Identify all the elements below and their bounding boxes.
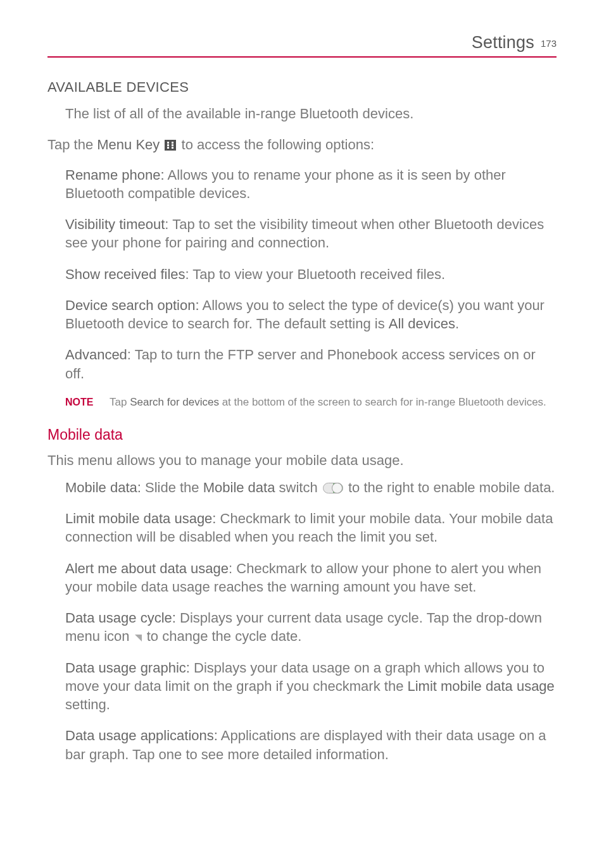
item-alert-usage: Alert me about data usage: Checkmark to … xyxy=(47,559,557,597)
mobile-data-bold-mid: Mobile data xyxy=(203,480,275,495)
note-block: NOTE Tap Search for devices at the botto… xyxy=(47,395,557,410)
mobile-data-heading: Mobile data xyxy=(47,426,557,443)
cycle-post: to change the cycle date. xyxy=(143,628,302,644)
mobile-data-pre: Slide the xyxy=(141,480,203,495)
cycle-title: Data usage cycle: xyxy=(65,610,176,626)
note-label: NOTE xyxy=(65,395,110,410)
item-mobile-data: Mobile data: Slide the Mobile data switc… xyxy=(47,478,557,497)
mobile-data-mid: switch xyxy=(275,480,321,495)
mobile-data-post: to the right to enable mobile data. xyxy=(344,480,555,495)
graphic-title: Data usage graphic: xyxy=(65,660,190,676)
option-advanced: Advanced: Tap to turn the FTP server and… xyxy=(47,345,557,383)
document-page: Settings 173 AVAILABLE DEVICES The list … xyxy=(0,0,604,868)
available-devices-desc: The list of all of the available in-rang… xyxy=(47,104,557,123)
note-pre: Tap xyxy=(110,396,130,408)
option-visibility-timeout: Visibility timeout: Tap to set the visib… xyxy=(47,215,557,252)
graphic-bold-mid: Limit mobile data usage xyxy=(407,678,554,694)
tap-menu-instruction: Tap the Menu Key to access the following… xyxy=(47,135,557,154)
item-usage-graphic: Data usage graphic: Displays your data u… xyxy=(47,659,557,714)
dropdown-triangle-icon xyxy=(135,635,142,642)
apps-title: Data usage applications: xyxy=(65,728,218,743)
note-post: at the bottom of the screen to search fo… xyxy=(219,396,546,408)
device-search-title: Device search option: xyxy=(65,297,199,313)
advanced-title: Advanced xyxy=(65,347,127,363)
mobile-data-title: Mobile data: xyxy=(65,480,141,495)
note-bold: Search for devices xyxy=(130,396,219,408)
device-search-post: . xyxy=(455,316,459,332)
item-usage-cycle: Data usage cycle: Displays your current … xyxy=(47,609,557,646)
note-text: Tap Search for devices at the bottom of … xyxy=(110,395,546,410)
toggle-switch-icon xyxy=(323,483,343,493)
header-title: Settings xyxy=(472,33,534,53)
option-show-received: Show received files: Tap to view your Bl… xyxy=(47,265,557,283)
mobile-data-intro: This menu allows you to manage your mobi… xyxy=(47,451,557,469)
limit-title: Limit mobile data usage: xyxy=(65,511,216,526)
show-received-title: Show received files xyxy=(65,266,186,282)
item-usage-applications: Data usage applications: Applications ar… xyxy=(47,726,557,764)
option-device-search: Device search option: Allows you to sele… xyxy=(47,296,557,333)
tap-pre: Tap the xyxy=(47,137,97,152)
option-rename-phone: Rename phone: Allows you to rename your … xyxy=(47,166,557,203)
item-limit-usage: Limit mobile data usage: Checkmark to li… xyxy=(47,509,557,547)
rename-title: Rename phone: xyxy=(65,167,165,183)
all-devices-label: All devices xyxy=(389,316,455,332)
page-header: Settings 173 xyxy=(47,33,557,58)
graphic-post: setting. xyxy=(65,697,110,712)
advanced-text: : Tap to turn the FTP server and Phonebo… xyxy=(65,347,536,381)
menu-key-icon xyxy=(165,140,176,151)
tap-post: to access the following options: xyxy=(177,137,374,152)
available-devices-heading: AVAILABLE DEVICES xyxy=(47,79,557,96)
visibility-title: Visibility timeout xyxy=(65,216,165,232)
alert-title: Alert me about data usage xyxy=(65,561,229,576)
page-number: 173 xyxy=(541,38,557,49)
menu-key-label: Menu Key xyxy=(97,137,160,152)
show-received-text: : Tap to view your Bluetooth received fi… xyxy=(186,266,445,282)
